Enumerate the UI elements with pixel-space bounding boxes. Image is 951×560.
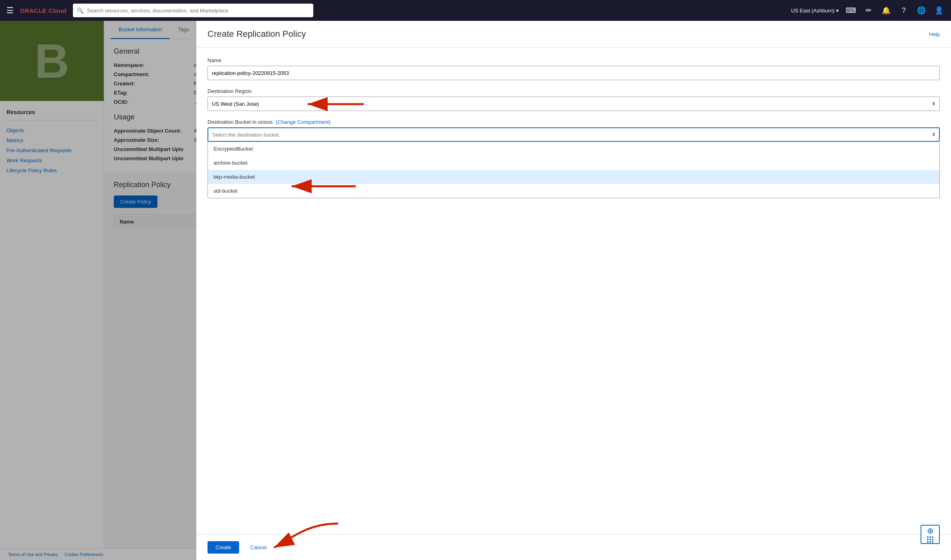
name-form-group: Name	[208, 57, 940, 80]
search-input[interactable]	[87, 8, 309, 14]
hamburger-menu[interactable]: ☰	[6, 6, 14, 15]
modal-cancel-button[interactable]: Cancel	[244, 541, 273, 554]
help-dots	[927, 536, 933, 543]
dot4	[927, 539, 929, 540]
dest-bucket-input-wrapper: ⬍	[208, 127, 940, 142]
modal-title: Create Replication Policy	[208, 29, 306, 39]
dot7	[927, 541, 929, 543]
user-avatar[interactable]: 👤	[933, 6, 945, 15]
dest-bucket-form-group: Destination Bucket in ocioss (Change Com…	[208, 119, 940, 198]
modal-footer: Create Cancel	[196, 534, 951, 560]
cloud-shell-icon[interactable]: ⌨	[845, 6, 856, 15]
create-replication-policy-modal: Create Replication Policy Help Name Dest…	[196, 21, 951, 560]
lifebuoy-icon: ⊕	[927, 526, 934, 536]
dot9	[932, 541, 933, 543]
dest-bucket-label: Destination Bucket in ocioss	[208, 119, 273, 125]
dest-bucket-dropdown: EncryptedBucket archive-bucket bkp-media…	[208, 142, 940, 198]
dest-region-select[interactable]: US West (San Jose)	[208, 97, 940, 111]
dot1	[927, 536, 929, 538]
dest-bucket-input[interactable]	[208, 127, 940, 142]
dest-region-select-wrapper: US West (San Jose) ⬍	[208, 97, 940, 111]
dot3	[932, 536, 933, 538]
change-compartment-link[interactable]: (Change Compartment)	[276, 119, 331, 125]
dropdown-item-encrypted[interactable]: EncryptedBucket	[208, 142, 939, 156]
floating-help-button[interactable]: ⊕	[921, 525, 940, 544]
dropdown-item-bkp-media[interactable]: bkp-media-bucket	[208, 170, 939, 184]
modal-body: Name Destination Region US West (San Jos…	[196, 48, 951, 534]
nav-right-section: US East (Ashburn) ▾ ⌨ ✏ 🔔 ? 🌐 👤	[791, 6, 945, 15]
dropdown-item-archive[interactable]: archive-bucket	[208, 156, 939, 170]
chevron-down-icon: ▾	[836, 8, 839, 14]
dot2	[929, 536, 931, 538]
dest-region-form-group: Destination Region US West (San Jose) ⬍	[208, 88, 940, 111]
modal-header: Create Replication Policy Help	[196, 21, 951, 48]
modal-help-link[interactable]: Help	[929, 31, 940, 37]
help-icon[interactable]: ?	[898, 6, 909, 15]
search-bar[interactable]: 🔍	[73, 4, 313, 17]
globe-icon[interactable]: 🌐	[916, 6, 927, 15]
dest-region-label: Destination Region	[208, 88, 940, 94]
modal-create-button[interactable]: Create	[208, 541, 239, 554]
search-icon: 🔍	[77, 7, 84, 14]
oracle-logo: ORACLE Cloud	[20, 7, 66, 14]
dest-bucket-label-row: Destination Bucket in ocioss (Change Com…	[208, 119, 940, 125]
edit-icon[interactable]: ✏	[863, 6, 874, 15]
name-label: Name	[208, 57, 940, 63]
name-input[interactable]	[208, 66, 940, 80]
dropdown-item-std[interactable]: std-bucket	[208, 184, 939, 198]
dot5	[929, 539, 931, 540]
region-label: US East (Ashburn)	[791, 8, 834, 14]
dot6	[932, 539, 933, 540]
bell-icon[interactable]: 🔔	[880, 6, 892, 15]
oracle-text: ORACLE	[20, 7, 46, 14]
cloud-text: Cloud	[48, 7, 66, 14]
region-selector[interactable]: US East (Ashburn) ▾	[791, 8, 839, 14]
dot8	[929, 541, 931, 543]
top-navigation: ☰ ORACLE Cloud 🔍 US East (Ashburn) ▾ ⌨ ✏…	[0, 0, 951, 21]
